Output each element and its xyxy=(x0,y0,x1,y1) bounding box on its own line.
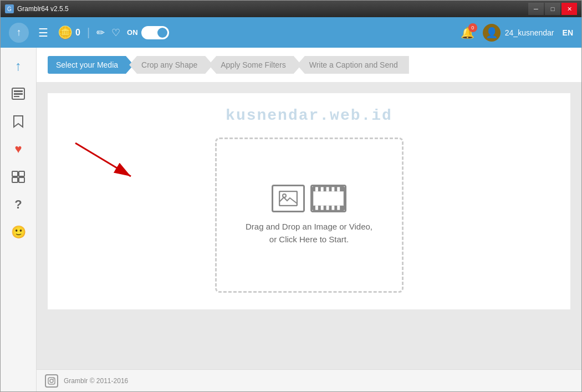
sidebar: ↑ ♥ xyxy=(1,48,37,391)
svg-line-9 xyxy=(75,143,131,176)
toggle-switch[interactable] xyxy=(141,26,169,39)
svg-rect-3 xyxy=(14,96,19,97)
step-apply-filters[interactable]: Apply Some Filters xyxy=(208,56,301,74)
toggle-area: ON xyxy=(127,26,169,39)
notification-badge: 0 xyxy=(468,23,477,32)
svg-rect-7 xyxy=(19,177,24,182)
maximize-button[interactable]: □ xyxy=(545,3,560,15)
svg-rect-6 xyxy=(12,177,18,182)
main-container: ↑ ♥ xyxy=(1,48,581,391)
header-icons: ✏ ♡ xyxy=(96,27,120,39)
sidebar-item-favorites[interactable]: ♥ xyxy=(6,136,31,161)
coin-count: 0 xyxy=(75,28,80,38)
minimize-button[interactable]: ─ xyxy=(528,3,544,15)
pen-icon[interactable]: ✏ xyxy=(96,27,105,39)
step-select-media[interactable]: Select your Media xyxy=(48,56,134,74)
svg-rect-20 xyxy=(315,206,318,210)
svg-rect-19 xyxy=(337,187,340,191)
svg-rect-5 xyxy=(19,171,24,176)
svg-rect-1 xyxy=(14,90,23,92)
step-4-label: Write a Caption and Send xyxy=(309,60,398,69)
favorites-icon: ♥ xyxy=(14,142,22,156)
svg-point-26 xyxy=(50,379,53,383)
drop-text-line2: or Click Here to Start. xyxy=(246,233,372,246)
toggle-label: ON xyxy=(127,28,138,37)
image-icon xyxy=(272,185,305,212)
window-title: Gramblr64 v2.5.5 xyxy=(17,5,528,13)
content-area: Select your Media Crop any Shape Apply S… xyxy=(37,48,581,391)
svg-rect-17 xyxy=(326,187,329,191)
sidebar-item-bookmarks[interactable] xyxy=(6,109,31,134)
upload-icon: ↑ xyxy=(17,27,22,38)
watermark: kusnendar.web.id xyxy=(226,107,392,124)
bookmark-icon xyxy=(13,115,24,128)
title-bar: G Gramblr64 v2.5.5 ─ □ ✕ xyxy=(1,1,581,17)
svg-rect-15 xyxy=(315,187,318,191)
footer-logo xyxy=(45,374,58,388)
svg-rect-21 xyxy=(321,206,324,210)
drop-icons xyxy=(272,185,346,212)
svg-rect-23 xyxy=(331,206,334,210)
heart-icon[interactable]: ♡ xyxy=(111,27,120,39)
app-window: G Gramblr64 v2.5.5 ─ □ ✕ ↑ ☰ 🪙 0 | ✏ ♡ xyxy=(0,0,582,392)
svg-point-11 xyxy=(283,194,286,197)
library-icon xyxy=(12,88,25,100)
svg-rect-22 xyxy=(326,206,329,210)
drop-zone[interactable]: Drag and Drop an Image or Video, or Clic… xyxy=(215,138,404,293)
hamburger-icon: ☰ xyxy=(38,27,48,39)
footer: Gramblr © 2011-2016 xyxy=(37,369,581,391)
svg-rect-24 xyxy=(337,206,340,210)
sidebar-item-library[interactable] xyxy=(6,81,31,106)
emoji-icon: 🙂 xyxy=(11,225,26,240)
sidebar-item-help[interactable]: ? xyxy=(6,192,31,217)
steps-bar: Select your Media Crop any Shape Apply S… xyxy=(37,48,581,82)
separator: | xyxy=(87,26,90,39)
step-1-label: Select your Media xyxy=(56,60,118,69)
help-icon: ? xyxy=(14,197,22,212)
notification-button[interactable]: 🔔 0 xyxy=(461,26,474,39)
step-crop-shape[interactable]: Crop any Shape xyxy=(129,56,213,74)
step-caption-send[interactable]: Write a Caption and Send xyxy=(297,56,409,74)
svg-rect-2 xyxy=(14,93,23,95)
svg-point-27 xyxy=(53,378,54,379)
coin-area: 🪙 0 xyxy=(58,26,80,40)
window-controls: ─ □ ✕ xyxy=(528,3,577,15)
sidebar-item-emoji[interactable]: 🙂 xyxy=(6,220,31,245)
user-area[interactable]: 👤 24_kusnendar xyxy=(483,24,554,42)
video-icon xyxy=(310,185,346,212)
app-icon: G xyxy=(5,4,14,13)
step-3-label: Apply Some Filters xyxy=(221,60,285,69)
drop-zone-wrapper: kusnendar.web.id xyxy=(48,93,570,309)
svg-rect-16 xyxy=(321,187,324,191)
sidebar-item-upload[interactable]: ↑ xyxy=(6,53,31,78)
user-name: 24_kusnendar xyxy=(505,28,554,37)
avatar: 👤 xyxy=(483,24,501,42)
header-left: ↑ ☰ 🪙 0 | ✏ ♡ ON xyxy=(9,23,169,43)
step-2-label: Crop any Shape xyxy=(141,60,197,69)
drop-text-line1: Drag and Drop an Image or Video, xyxy=(246,221,372,233)
close-button[interactable]: ✕ xyxy=(561,3,577,15)
header: ↑ ☰ 🪙 0 | ✏ ♡ ON 🔔 0 xyxy=(1,17,581,48)
svg-rect-4 xyxy=(12,171,18,176)
feed-icon xyxy=(12,171,25,183)
footer-copyright: Gramblr © 2011-2016 xyxy=(64,377,128,385)
sidebar-item-feed[interactable] xyxy=(6,164,31,189)
drop-zone-container: kusnendar.web.id xyxy=(37,82,581,369)
language-button[interactable]: EN xyxy=(563,28,573,37)
red-arrow xyxy=(73,140,139,185)
svg-rect-18 xyxy=(331,187,334,191)
menu-button[interactable]: ☰ xyxy=(35,23,51,42)
upload-header-button[interactable]: ↑ xyxy=(9,23,29,43)
header-right: 🔔 0 👤 24_kusnendar EN xyxy=(461,24,573,42)
drop-text: Drag and Drop an Image or Video, or Clic… xyxy=(246,221,372,246)
coin-icon: 🪙 xyxy=(58,26,73,40)
